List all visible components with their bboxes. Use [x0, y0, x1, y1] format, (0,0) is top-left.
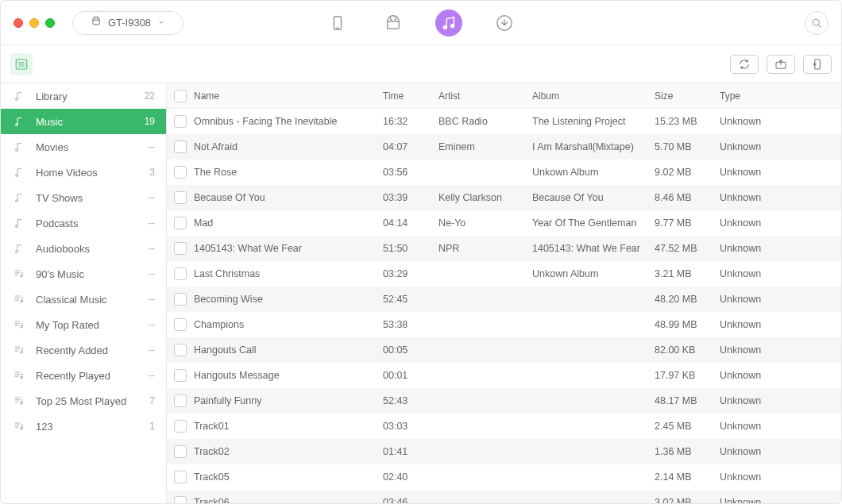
- row-checkbox[interactable]: [174, 445, 187, 458]
- table-row[interactable]: Hangouts Call 00:05 82.00 KB Unknown: [167, 337, 841, 363]
- sidebar-item-count: --: [149, 217, 155, 229]
- playlist-icon: [12, 343, 26, 357]
- table-row[interactable]: Track05 02:40 2.14 MB Unknown: [167, 464, 841, 490]
- main: Library 22 Music 19 Movies -- Home Video…: [1, 83, 841, 503]
- header-name[interactable]: Name: [194, 90, 383, 102]
- table-row[interactable]: 1405143: What We Fear 51:50 NPR 1405143:…: [167, 236, 841, 261]
- row-checkbox[interactable]: [174, 242, 187, 255]
- cell-type: Unknown: [718, 243, 798, 254]
- refresh-button[interactable]: [730, 55, 759, 74]
- list-icon: [14, 57, 29, 71]
- row-checkbox[interactable]: [174, 496, 187, 503]
- table-row[interactable]: Becoming Wise 52:45 48.20 MB Unknown: [167, 287, 841, 312]
- header-size[interactable]: Size: [655, 90, 718, 102]
- cell-name: Hangouts Message: [194, 370, 383, 381]
- sidebar-item-label: Podcasts: [36, 217, 139, 229]
- table-row[interactable]: Last Christmas 03:29 Unkown Album 3.21 M…: [167, 261, 841, 287]
- sidebar: Library 22 Music 19 Movies -- Home Video…: [1, 83, 167, 503]
- sidebar-item-label: Classical Music: [36, 294, 139, 306]
- cell-type: Unknown: [718, 268, 798, 279]
- svg-point-25: [21, 300, 22, 302]
- row-checkbox[interactable]: [174, 217, 187, 229]
- row-checkbox[interactable]: [174, 420, 187, 433]
- sidebar-item[interactable]: Music 19: [1, 109, 166, 134]
- sidebar-toggle[interactable]: [10, 53, 33, 75]
- table-row[interactable]: Painfully Funny 52:43 48.17 MB Unknown: [167, 388, 841, 414]
- row-checkbox[interactable]: [174, 369, 187, 382]
- table-row[interactable]: Mad 04:14 Ne-Yo Year Of The Gentleman 9.…: [167, 210, 841, 236]
- row-checkbox[interactable]: [174, 344, 187, 356]
- select-all-checkbox[interactable]: [174, 90, 187, 102]
- minimize-window[interactable]: [29, 18, 39, 28]
- header-type[interactable]: Type: [718, 90, 798, 102]
- sidebar-item[interactable]: Home Videos 3: [1, 160, 166, 185]
- sidebar-item[interactable]: Movies --: [1, 134, 166, 160]
- sidebar-item[interactable]: Podcasts --: [1, 210, 166, 236]
- sidebar-item[interactable]: Audiobooks --: [1, 236, 166, 261]
- svg-point-4: [391, 18, 392, 19]
- table-row[interactable]: Track06 03:46 3.02 MB Unknown: [167, 490, 841, 503]
- table-row[interactable]: Not Afraid 04:07 Eminem I Am Marshall(Mi…: [167, 134, 841, 160]
- sidebar-item[interactable]: Recently Played --: [1, 363, 166, 388]
- svg-point-18: [16, 124, 18, 126]
- sidebar-item[interactable]: 90's Music --: [1, 261, 166, 287]
- row-checkbox[interactable]: [174, 115, 187, 128]
- tab-android[interactable]: [380, 10, 407, 37]
- table-row[interactable]: The Rose 03:56 Unkown Album 9.02 MB Unkn…: [167, 160, 841, 185]
- cell-size: 48.17 MB: [655, 395, 718, 406]
- sidebar-item-count: 22: [145, 90, 155, 102]
- row-checkbox[interactable]: [174, 191, 187, 204]
- row-checkbox[interactable]: [174, 318, 187, 331]
- tab-downloads[interactable]: [491, 10, 518, 37]
- tab-device[interactable]: [324, 10, 351, 37]
- export-button[interactable]: [767, 55, 795, 74]
- svg-point-0: [95, 19, 95, 20]
- cell-name: Not Afraid: [194, 141, 383, 152]
- sidebar-item[interactable]: Library 22: [1, 83, 166, 109]
- table-row[interactable]: Track02 01:41 1.36 MB Unknown: [167, 439, 841, 464]
- sidebar-item[interactable]: TV Shows --: [1, 185, 166, 210]
- header-artist[interactable]: Artist: [438, 90, 532, 102]
- table-row[interactable]: Champions 53:38 48.99 MB Unknown: [167, 312, 841, 337]
- table-header: Name Time Artist Album Size Type: [167, 83, 841, 109]
- sidebar-item-label: Movies: [36, 141, 139, 153]
- search-button[interactable]: [805, 11, 828, 35]
- cell-type: Unknown: [718, 471, 798, 483]
- cell-album: Because Of You: [532, 192, 655, 203]
- header-time[interactable]: Time: [383, 90, 438, 102]
- svg-line-10: [819, 25, 821, 27]
- table-row[interactable]: Omnibus - Facing The Inevitable 16:32 BB…: [167, 109, 841, 134]
- header-album[interactable]: Album: [532, 90, 655, 102]
- sidebar-item[interactable]: Top 25 Most Played 7: [1, 388, 166, 414]
- cell-size: 3.21 MB: [655, 268, 718, 279]
- music-note-icon: [12, 89, 26, 103]
- table-row[interactable]: Track01 03:03 2.45 MB Unknown: [167, 414, 841, 439]
- send-to-device-button[interactable]: [803, 55, 832, 74]
- cell-name: Last Christmas: [194, 268, 383, 279]
- device-selector[interactable]: GT-I9308: [72, 11, 183, 35]
- close-window[interactable]: [14, 18, 23, 28]
- row-checkbox[interactable]: [174, 140, 187, 153]
- row-checkbox[interactable]: [174, 267, 187, 280]
- table-row[interactable]: Because Of You 03:39 Kelly Clarkson Beca…: [167, 185, 841, 210]
- row-checkbox[interactable]: [174, 394, 187, 407]
- row-checkbox[interactable]: [174, 166, 187, 179]
- table-row[interactable]: Hangouts Message 00:01 17.97 KB Unknown: [167, 363, 841, 388]
- sidebar-item[interactable]: Classical Music --: [1, 287, 166, 312]
- playlist-icon: [12, 394, 26, 408]
- cell-time: 53:38: [383, 319, 438, 330]
- tab-music[interactable]: [435, 10, 462, 37]
- sidebar-item[interactable]: 123 1: [1, 414, 166, 439]
- music-note-icon: [12, 165, 26, 179]
- playlist-icon: [12, 267, 26, 281]
- sidebar-item-count: --: [149, 141, 155, 152]
- sidebar-item[interactable]: Recently Added --: [1, 337, 166, 363]
- maximize-window[interactable]: [45, 18, 55, 28]
- cell-artist: NPR: [438, 243, 532, 254]
- cell-time: 02:40: [383, 471, 438, 483]
- cell-type: Unknown: [718, 395, 798, 406]
- row-checkbox[interactable]: [174, 293, 187, 306]
- row-checkbox[interactable]: [174, 471, 187, 483]
- cell-size: 2.14 MB: [655, 471, 718, 483]
- sidebar-item[interactable]: My Top Rated --: [1, 312, 166, 337]
